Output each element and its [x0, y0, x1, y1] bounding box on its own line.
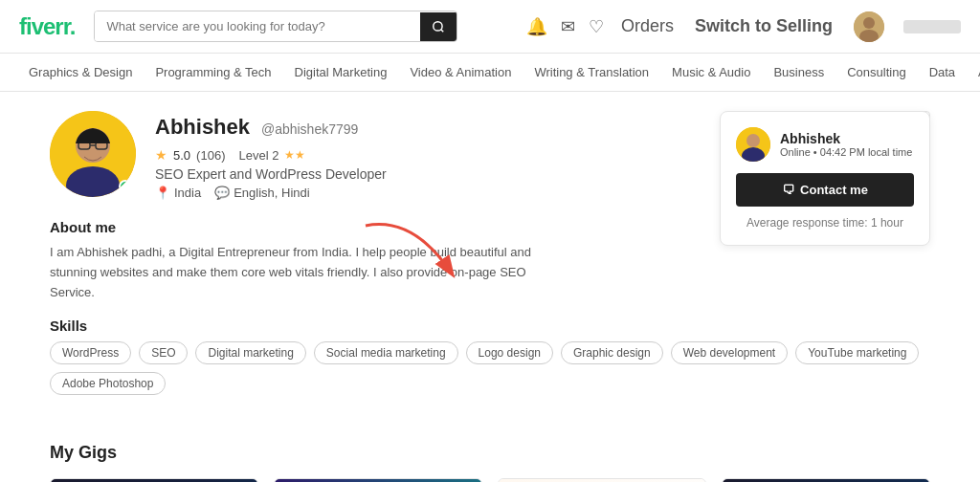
search-input[interactable]: [95, 11, 420, 41]
online-indicator: [119, 180, 132, 193]
avg-response-text: Average response time: 1 hour: [736, 216, 914, 230]
wishlist-icon[interactable]: ♡: [589, 16, 604, 37]
contact-name: Abhishek: [780, 131, 912, 146]
gigs-section: My Gigs BLOGGER PAGE SPEEDIMPROVEMENT 49…: [50, 443, 930, 482]
notification-icon[interactable]: 🔔: [526, 16, 547, 37]
nav-item-digital[interactable]: Digital Marketing: [285, 54, 397, 92]
contact-icon: 🗨: [782, 183, 794, 197]
skill-social-media[interactable]: Social media marketing: [314, 341, 458, 364]
nav-item-consulting[interactable]: Consulting: [837, 54, 915, 92]
profile-avatar: [50, 111, 136, 197]
skill-photoshop[interactable]: Adobe Photoshop: [50, 372, 166, 395]
contact-card-header: Abhishek Online • 04:42 PM local time: [736, 127, 914, 162]
skill-graphic[interactable]: Graphic design: [561, 341, 663, 364]
gigs-title: My Gigs: [50, 443, 930, 463]
profile-handle: @abhishek7799: [261, 121, 358, 137]
skill-wordpress[interactable]: WordPress: [50, 341, 131, 364]
skill-youtube[interactable]: YouTube marketing: [795, 341, 919, 364]
header-icons: 🔔 ✉ ♡ Orders Switch to Selling: [526, 11, 961, 42]
gig-card-3[interactable]: Blogger setup, customization & fix issue…: [498, 478, 706, 482]
nav-item-business[interactable]: Business: [764, 54, 834, 92]
location-icon: 📍: [155, 186, 170, 200]
logo[interactable]: fiverr.: [19, 13, 75, 40]
nav-item-data[interactable]: Data: [920, 54, 965, 92]
skill-seo[interactable]: SEO: [139, 341, 188, 364]
nav-item-programming[interactable]: Programming & Tech: [145, 54, 280, 92]
svg-point-1: [863, 17, 875, 29]
level-stars-icon: ★★: [284, 148, 305, 162]
header: fiverr. 🔔 ✉ ♡ Orders Switch to Selling: [0, 0, 980, 54]
rating-value: 5.0: [173, 148, 190, 163]
contact-button[interactable]: 🗨 Contact me: [736, 173, 914, 207]
message-icon[interactable]: ✉: [561, 16, 575, 37]
skill-logo[interactable]: Logo design: [466, 341, 553, 364]
nav-item-graphics[interactable]: Graphics & Design: [19, 54, 142, 92]
contact-card: Abhishek Online • 04:42 PM local time 🗨 …: [720, 111, 930, 246]
languages-text: English, Hindi: [234, 186, 310, 200]
stars-icon: ★: [155, 147, 167, 163]
profile-section: Abhishek @abhishek7799 More about me ♥ ★…: [50, 111, 930, 414]
about-text: I am Abhishek padhi, a Digital Entrepren…: [50, 243, 547, 302]
search-bar: [94, 11, 457, 42]
languages-icon: 💬: [214, 186, 230, 200]
svg-point-10: [746, 134, 760, 147]
main-content: Abhishek @abhishek7799 More about me ♥ ★…: [31, 92, 949, 482]
skill-digital-marketing[interactable]: Digital marketing: [195, 341, 305, 364]
location-text: India: [174, 186, 201, 200]
avatar[interactable]: [854, 11, 884, 42]
gigs-grid: BLOGGER PAGE SPEEDIMPROVEMENT 49 86 100: [50, 478, 930, 482]
skills-heading: Skills: [50, 318, 930, 334]
skills-section: Skills WordPress SEO Digital marketing S…: [50, 318, 930, 395]
nav-item-ai[interactable]: AI Services: [969, 54, 980, 92]
main-nav: Graphics & Design Programming & Tech Dig…: [0, 54, 980, 92]
nav-item-video[interactable]: Video & Animation: [400, 54, 521, 92]
level-badge: Level 2: [238, 148, 278, 163]
switch-selling-link[interactable]: Switch to Selling: [695, 16, 833, 36]
profile-name: Abhishek: [155, 115, 250, 139]
contact-avatar: [736, 127, 770, 162]
gig-card-2[interactable]: key2#blogging WORDPRESS CUSTOMIZA... INS…: [274, 478, 482, 482]
skill-web-dev[interactable]: Web development: [671, 341, 789, 364]
search-button[interactable]: [420, 12, 457, 41]
nav-item-music[interactable]: Music & Audio: [662, 54, 760, 92]
username-placeholder: [903, 20, 961, 33]
gig-card-1[interactable]: BLOGGER PAGE SPEEDIMPROVEMENT 49 86 100: [50, 478, 258, 482]
skills-tags: WordPress SEO Digital marketing Social m…: [50, 341, 930, 395]
gig-card-4[interactable]: key2#blogging WordPress SPEED OPTIMIZATI…: [722, 478, 930, 482]
nav-item-writing[interactable]: Writing & Translation: [524, 54, 658, 92]
orders-link[interactable]: Orders: [621, 16, 674, 36]
review-count: (106): [196, 148, 225, 163]
contact-status: Online • 04:42 PM local time: [780, 146, 912, 158]
